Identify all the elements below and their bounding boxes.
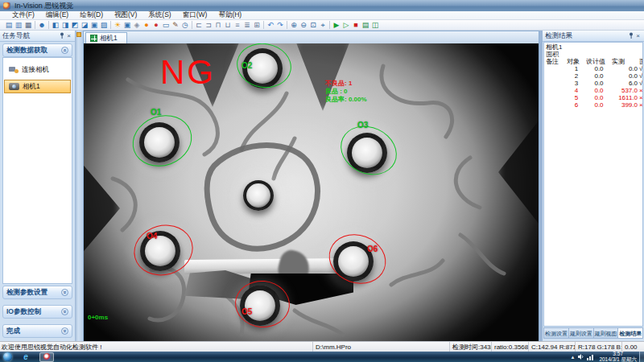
- toolbar-redo-icon[interactable]: ↷: [275, 20, 285, 30]
- toolbar-run-once-icon[interactable]: ▷: [341, 20, 351, 30]
- toolbar-layout-split-v-icon[interactable]: ◩: [70, 20, 80, 30]
- toolbar-zoom-out-icon[interactable]: ⊖: [299, 20, 308, 30]
- connect-camera-item[interactable]: 连接相机: [3, 63, 72, 76]
- volume-icon[interactable]: [577, 353, 584, 360]
- pin-icon[interactable]: [627, 32, 634, 40]
- toolbar-align-top-icon[interactable]: ⊓: [213, 20, 223, 30]
- result-row[interactable]: 60.0399.0×: [546, 101, 642, 109]
- taskbar-ie-button[interactable]: e: [19, 352, 33, 362]
- result-row[interactable]: 30.06.0√: [546, 80, 642, 87]
- marker-label-o6: O6: [367, 245, 378, 253]
- pin-icon[interactable]: [58, 32, 65, 40]
- taskbar-clock[interactable]: 3:57 2014/3/1 星期六: [597, 352, 639, 362]
- toolbar-layout-custom-icon[interactable]: ▣: [89, 20, 99, 30]
- result-row[interactable]: 50.01611.0×: [546, 94, 642, 101]
- menu-item[interactable]: 绘制(D): [74, 10, 109, 20]
- toolbar-align-left-icon[interactable]: ⊏: [194, 20, 204, 30]
- toolbar-zoom-in-icon[interactable]: ⊕: [289, 20, 299, 30]
- toolbar-layout-split-h-icon[interactable]: ◨: [60, 20, 70, 30]
- task-navigation-panel: 任务导航 × 检测数据获取 » 连接相机 相机1 检测参数设置 »: [0, 31, 75, 341]
- network-icon[interactable]: [587, 353, 594, 360]
- toolbar-run-icon[interactable]: ▶: [332, 20, 341, 30]
- start-button[interactable]: [3, 352, 12, 361]
- tab-rule-settings[interactable]: 规则设置: [569, 327, 594, 339]
- result-row[interactable]: 20.00.0√: [546, 72, 642, 80]
- camera-image[interactable]: O1 O2 O3 O4 O5 O6 NG 不良品: 1 良品 : 0 良品率: …: [83, 43, 539, 341]
- section-finish[interactable]: 完成 »: [2, 324, 72, 338]
- menu-item[interactable]: 帮助(H): [213, 10, 247, 20]
- toolbar-align-right-icon[interactable]: ⊐: [204, 20, 213, 30]
- toolbar-timer-icon[interactable]: ◷: [180, 20, 190, 30]
- toolbar-report-export-icon[interactable]: ▤: [361, 20, 370, 30]
- menu-item[interactable]: 文件(F): [6, 10, 40, 20]
- tray-expand-icon[interactable]: ▲: [570, 355, 575, 360]
- menu-bar: 文件(F)编辑(E)绘制(D)视图(V)系统(S)窗口(W)帮助(H): [0, 11, 644, 20]
- toolbar-chart-view-icon[interactable]: ◫: [370, 20, 380, 30]
- app-logo-icon: [3, 2, 10, 10]
- tab-detect-results[interactable]: 检测结果: [618, 327, 643, 339]
- camera1-item[interactable]: 相机1: [4, 80, 71, 93]
- section-data-acquisition[interactable]: 检测数据获取 »: [2, 43, 72, 57]
- window-title: In-Vision 思锐视觉: [14, 1, 73, 11]
- toolbar-save-icon[interactable]: ▦: [23, 20, 33, 30]
- toolbar-align-center-h-icon[interactable]: ≡: [233, 20, 242, 30]
- close-icon[interactable]: ×: [634, 32, 642, 39]
- tab-camera1[interactable]: 相机1: [85, 32, 127, 43]
- stat-good-count: 良品 : 0: [325, 88, 367, 96]
- toolbar-align-bottom-icon[interactable]: ⊔: [223, 20, 233, 30]
- section-io-control[interactable]: IO参数控制 »: [2, 305, 72, 319]
- result-row[interactable]: 10.00.0√: [546, 65, 642, 72]
- close-icon[interactable]: ×: [65, 32, 72, 39]
- menu-item[interactable]: 窗口(W): [177, 10, 213, 20]
- workspace: 任务导航 × 检测数据获取 » 连接相机 相机1 检测参数设置 »: [0, 31, 644, 341]
- toolbar-distribute-icon[interactable]: ⊞: [252, 20, 262, 30]
- windows-taskbar: e ▲ 3:57 2014/3/1 星期六: [0, 352, 644, 362]
- toolbar-stop-icon[interactable]: ■: [351, 20, 361, 30]
- toolbar-trigger-icon[interactable]: ●: [142, 20, 151, 30]
- status-ratio: ratio:0.3568: [491, 342, 528, 352]
- toolbar-camera-view-icon[interactable]: ▣: [122, 20, 132, 30]
- status-detect-time: 检测时间:343ms: [449, 342, 491, 352]
- tab-detect-settings[interactable]: 检测设置: [543, 327, 569, 339]
- taskbar-app-button[interactable]: [39, 352, 54, 362]
- panel-splitter[interactable]: [75, 31, 83, 341]
- system-tray: ▲ 3:57 2014/3/1 星期六: [570, 352, 639, 362]
- toolbar-user-login-icon[interactable]: ☻: [37, 20, 47, 30]
- result-row[interactable]: 40.0537.0×: [546, 87, 642, 94]
- invision-app-icon: [43, 353, 51, 360]
- chevron-down-icon[interactable]: »: [61, 308, 68, 315]
- toolbar-separator: [35, 21, 35, 29]
- toolbar-pan-icon[interactable]: ⌖: [318, 20, 328, 30]
- marker-label-o2: O2: [242, 61, 252, 70]
- toolbar-align-center-v-icon[interactable]: ≣: [242, 20, 252, 30]
- toolbar-actual-size-icon[interactable]: ⊡: [308, 20, 318, 30]
- camera-icon: [9, 83, 19, 90]
- show-desktop-button[interactable]: [639, 352, 644, 362]
- toolbar-lock-icon[interactable]: ◈: [132, 20, 142, 30]
- marker-label-o5: O5: [242, 307, 252, 316]
- toolbar-undo-icon[interactable]: ↶: [266, 20, 275, 30]
- menu-item[interactable]: 视图(V): [109, 10, 142, 20]
- toolbar-layout-grid-icon[interactable]: ◪: [80, 20, 89, 30]
- toolbar-draw-icon[interactable]: ✎: [171, 20, 180, 30]
- menu-item[interactable]: 系统(S): [142, 10, 176, 20]
- toolbar-monitor-icon[interactable]: ▭: [161, 20, 171, 30]
- chevron-up-icon[interactable]: »: [61, 47, 68, 54]
- toolbar-layout-single-icon[interactable]: ◧: [51, 20, 60, 30]
- toolbar-open-project-icon[interactable]: ▤: [4, 20, 14, 30]
- splitter-grip[interactable]: [76, 32, 81, 37]
- toolbar-window-cascade-icon[interactable]: ▨: [99, 20, 109, 30]
- tab-rule-view[interactable]: 规则视图: [594, 327, 619, 339]
- tab-camera1-label: 相机1: [100, 34, 118, 43]
- chevron-down-icon[interactable]: »: [61, 289, 68, 296]
- result-camera-label: 相机1: [546, 43, 642, 51]
- menu-item[interactable]: 编辑(E): [40, 10, 74, 20]
- task-navigation-title: 任务导航: [2, 31, 30, 41]
- section-detect-params[interactable]: 检测参数设置 »: [2, 286, 72, 299]
- window-titlebar: In-Vision 思锐视觉: [0, 0, 644, 11]
- toolbar-import-config-icon[interactable]: ▥: [14, 20, 23, 30]
- chevron-down-icon[interactable]: »: [61, 327, 68, 335]
- toolbar-separator: [263, 21, 264, 29]
- toolbar-capture-icon[interactable]: ●: [151, 20, 161, 30]
- toolbar-light-source-icon[interactable]: ☀: [113, 20, 122, 30]
